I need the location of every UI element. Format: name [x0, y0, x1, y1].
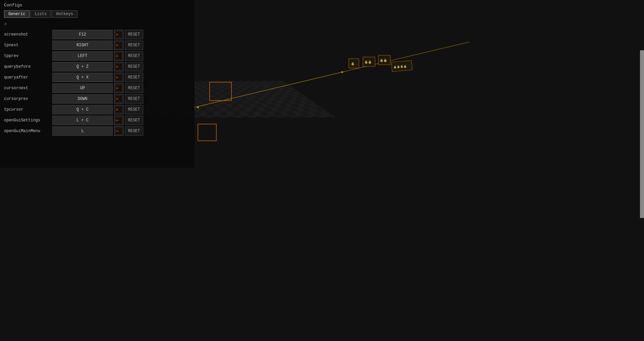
- tab-hotkeys[interactable]: Hotkeys: [52, 10, 77, 18]
- keybind-key-openGuiMainMenu[interactable]: L: [52, 126, 113, 136]
- keybind-name-tpnext: tpnext: [4, 43, 51, 48]
- svg-rect-39: [119, 67, 121, 69]
- keybind-row: tpcursorQ + C ⇄ ↓ RESET: [4, 105, 191, 114]
- keybind-name-tpcursor: tpcursor: [4, 107, 51, 112]
- keybind-row: openGuiMainMenuL ⇄ ↓ RESET: [4, 126, 191, 136]
- reset-button-screenshot[interactable]: RESET: [125, 30, 143, 39]
- keybind-icon-tpcursor[interactable]: ⇄ ↓: [114, 105, 123, 114]
- keybind-name-cursorprev: cursorprev: [4, 97, 51, 101]
- svg-rect-74: [119, 121, 121, 123]
- svg-rect-44: [119, 75, 121, 77]
- keybind-row: openGuiSettingsL + C ⇄ ↓ RESET: [4, 116, 191, 125]
- keybind-row: tpnextRIGHT ⇄ ↓ RESET: [4, 41, 191, 50]
- keybind-key-querybefore[interactable]: Q + Z: [52, 62, 113, 71]
- scrollbar-thumb[interactable]: [640, 50, 644, 218]
- config-panel: Configs Generic Lists Hotkeys ⌕ screensh…: [0, 0, 195, 168]
- svg-text:↓: ↓: [116, 64, 117, 66]
- reset-button-cursornext[interactable]: RESET: [125, 83, 143, 93]
- svg-rect-30: [119, 53, 121, 56]
- svg-rect-51: [119, 86, 121, 88]
- keybind-name-queryafter: queryafter: [4, 75, 51, 80]
- keybind-key-queryafter[interactable]: Q + X: [52, 73, 113, 82]
- svg-rect-32: [119, 56, 121, 59]
- keybind-key-screenshot[interactable]: F12: [52, 30, 113, 39]
- svg-text:↓: ↓: [116, 53, 117, 56]
- keybind-key-cursornext[interactable]: UP: [52, 83, 113, 93]
- svg-rect-72: [119, 118, 121, 120]
- svg-rect-18: [119, 35, 121, 37]
- scrollbar-track[interactable]: [640, 0, 644, 341]
- reset-button-querybefore[interactable]: RESET: [125, 62, 143, 71]
- svg-rect-6: [363, 57, 375, 66]
- svg-rect-58: [119, 96, 121, 99]
- svg-text:🔒🔒🔒🔒: 🔒🔒🔒🔒: [393, 64, 407, 69]
- svg-line-1: [342, 42, 470, 72]
- keybind-row: queryafterQ + X ⇄ ↓ RESET: [4, 73, 191, 82]
- svg-text:↓: ↓: [116, 107, 117, 109]
- svg-rect-25: [119, 46, 121, 48]
- keybind-icon-cursornext[interactable]: ⇄ ↓: [114, 83, 123, 93]
- svg-text:🔒🔒: 🔒🔒: [380, 58, 387, 62]
- keybind-icon-openGuiMainMenu[interactable]: ⇄ ↓: [114, 126, 123, 136]
- reset-button-queryafter[interactable]: RESET: [125, 73, 143, 82]
- keybind-icon-cursorprev[interactable]: ⇄ ↓: [114, 94, 123, 104]
- tab-generic[interactable]: Generic: [4, 10, 30, 18]
- svg-text:↓: ↓: [116, 128, 117, 131]
- keybind-row: querybeforeQ + Z ⇄ ↓ RESET: [4, 62, 191, 71]
- keybind-icon-tpnext[interactable]: ⇄ ↓: [114, 41, 123, 50]
- svg-rect-16: [119, 32, 121, 34]
- keybind-key-tpnext[interactable]: RIGHT: [52, 41, 113, 50]
- search-row: ⌕: [4, 21, 191, 27]
- svg-rect-53: [119, 89, 121, 91]
- reset-button-openGuiMainMenu[interactable]: RESET: [125, 126, 143, 136]
- reset-button-tpcursor[interactable]: RESET: [125, 105, 143, 114]
- svg-text:↓: ↓: [116, 96, 117, 99]
- keybind-icon-querybefore[interactable]: ⇄ ↓: [114, 62, 123, 71]
- panel-title: Configs: [4, 3, 191, 8]
- keybind-name-openGuiSettings: openGuiSettings: [4, 118, 51, 123]
- keybind-list: screenshotF12 ⇄ ↓ RESETtpnextRIGHT ⇄ ↓ R…: [4, 30, 191, 136]
- svg-rect-46: [119, 78, 121, 80]
- keybind-row: screenshotF12 ⇄ ↓ RESET: [4, 30, 191, 39]
- svg-text:↓: ↓: [116, 86, 117, 88]
- keybind-key-tpcursor[interactable]: Q + C: [52, 105, 113, 114]
- keybind-name-screenshot: screenshot: [4, 32, 51, 37]
- keybind-row: tpprevLEFT ⇄ ↓ RESET: [4, 51, 191, 61]
- svg-rect-4: [349, 59, 359, 68]
- keybind-name-querybefore: querybefore: [4, 64, 51, 69]
- svg-rect-8: [378, 55, 390, 65]
- svg-rect-79: [119, 128, 121, 131]
- reset-button-tpprev[interactable]: RESET: [125, 51, 143, 61]
- search-icon: ⌕: [4, 21, 7, 27]
- svg-text:🔒: 🔒: [351, 62, 355, 66]
- svg-rect-67: [119, 110, 121, 112]
- keybind-icon-openGuiSettings[interactable]: ⇄ ↓: [114, 116, 123, 125]
- keybind-icon-screenshot[interactable]: ⇄ ↓: [114, 30, 123, 39]
- svg-rect-10: [391, 60, 412, 71]
- keybind-key-tpprev[interactable]: LEFT: [52, 51, 113, 61]
- keybind-row: cursorprevDOWN ⇄ ↓ RESET: [4, 94, 191, 104]
- keybind-icon-tpprev[interactable]: ⇄ ↓: [114, 51, 123, 61]
- svg-text:🔒🔒: 🔒🔒: [364, 60, 372, 64]
- keybind-name-openGuiMainMenu: openGuiMainMenu: [4, 129, 51, 133]
- tab-lists[interactable]: Lists: [30, 10, 51, 18]
- svg-text:↓: ↓: [116, 43, 117, 45]
- keybind-key-cursorprev[interactable]: DOWN: [52, 94, 113, 104]
- svg-point-12: [341, 71, 343, 73]
- keybind-row: cursornextUP ⇄ ↓ RESET: [4, 83, 191, 93]
- svg-text:↓: ↓: [116, 75, 117, 77]
- svg-rect-3: [198, 124, 216, 141]
- svg-text:↓: ↓: [116, 32, 117, 34]
- keybind-icon-queryafter[interactable]: ⇄ ↓: [114, 73, 123, 82]
- svg-rect-60: [119, 99, 121, 102]
- svg-rect-65: [119, 107, 121, 109]
- keybind-name-tpprev: tpprev: [4, 54, 51, 58]
- svg-rect-37: [119, 64, 121, 66]
- reset-button-cursorprev[interactable]: RESET: [125, 94, 143, 104]
- keybind-key-openGuiSettings[interactable]: L + C: [52, 116, 113, 125]
- reset-button-tpnext[interactable]: RESET: [125, 41, 143, 50]
- keybind-name-cursornext: cursornext: [4, 86, 51, 91]
- svg-rect-81: [119, 131, 121, 134]
- svg-rect-23: [119, 43, 121, 45]
- reset-button-openGuiSettings[interactable]: RESET: [125, 116, 143, 125]
